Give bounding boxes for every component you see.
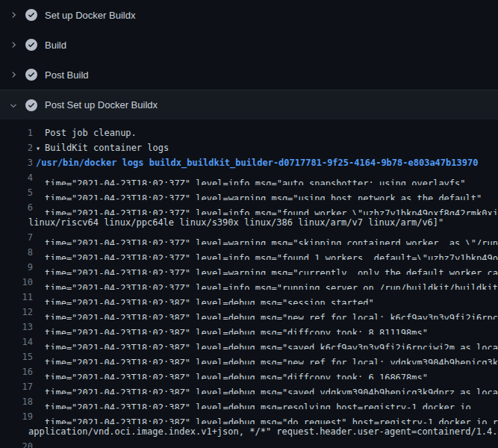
chevron-right-icon (9, 70, 18, 79)
log-line-text: time="2021-04-23T18:02:38Z" level=debug … (45, 290, 374, 305)
log-line-text: time="2021-04-23T18:02:38Z" level=debug … (45, 349, 498, 364)
check-circle-icon (25, 39, 37, 51)
log-line: 11time="2021-04-23T18:02:38Z" level=debu… (0, 290, 498, 305)
group-chevron-down-icon[interactable]: ▾ (36, 141, 40, 155)
log-line: 17time="2021-04-23T18:02:38Z" level=debu… (0, 379, 498, 394)
log-line-text: time="2021-04-23T18:02:37Z" level=warnin… (45, 185, 482, 200)
log-line: 6time="2021-04-23T18:02:37Z" level=info … (0, 200, 498, 215)
log-line-text: time="2021-04-23T18:02:38Z" level=debug … (45, 379, 498, 394)
log-line: linux/riscv64 linux/ppc64le linux/s390x … (0, 215, 498, 230)
chevron-right-icon (9, 10, 18, 19)
log-line-number[interactable]: 9 (0, 260, 33, 275)
log-line: 8time="2021-04-23T18:02:37Z" level=info … (0, 245, 498, 260)
step-header-post-set-up-docker-buildx[interactable]: Post Set up Docker Buildx (0, 90, 498, 119)
log-line: 4time="2021-04-23T18:02:37Z" level=info … (0, 170, 498, 185)
log-line-text: time="2021-04-23T18:02:37Z" level=info m… (45, 245, 498, 260)
log-line-number[interactable]: 13 (0, 320, 33, 335)
log-line-text: ▾BuildKit container logs (36, 140, 169, 155)
step-list: Set up Docker BuildxBuildPost BuildPost … (0, 0, 498, 119)
log-group-row[interactable]: 2▾BuildKit container logs (0, 140, 498, 155)
log-line-number[interactable]: 4 (0, 170, 33, 185)
step-title: Post Set up Docker Buildx (45, 99, 158, 111)
log-line-number[interactable]: 10 (0, 275, 33, 290)
log-line-number[interactable]: 14 (0, 335, 33, 349)
log-line: 3/usr/bin/docker logs buildx_buildkit_bu… (0, 155, 498, 170)
log-line-number[interactable]: 12 (0, 305, 33, 320)
step-title: Set up Docker Buildx (45, 10, 135, 21)
log-line: 20time="2021-04-23T18:02:38Z" level=debu… (0, 439, 498, 448)
log-line-text: application/vnd.oci.image.index.v1+json,… (28, 424, 498, 439)
step-header-set-up-docker-buildx[interactable]: Set up Docker Buildx (0, 0, 498, 30)
log-line-number[interactable]: 1 (0, 125, 33, 140)
log-line: 7time="2021-04-23T18:02:37Z" level=warni… (0, 230, 498, 245)
log-line: 13time="2021-04-23T18:02:38Z" level=debu… (0, 320, 498, 335)
log-line-text: time="2021-04-23T18:02:37Z" level=info m… (45, 200, 498, 215)
log-line-number[interactable]: 3 (0, 155, 33, 170)
log-line-number[interactable]: 17 (0, 379, 33, 394)
log-line: 5time="2021-04-23T18:02:37Z" level=warni… (0, 185, 498, 200)
log-line: 16time="2021-04-23T18:02:38Z" level=debu… (0, 364, 498, 379)
step-header-post-build[interactable]: Post Build (0, 60, 498, 90)
log-line: 10time="2021-04-23T18:02:37Z" level=info… (0, 275, 498, 290)
log-line-text: time="2021-04-23T18:02:37Z" level=info m… (45, 170, 466, 185)
log-lines: 1Post job cleanup.2▾BuildKit container l… (0, 119, 498, 448)
log-line-number[interactable]: 2 (0, 140, 33, 155)
log-line: 15time="2021-04-23T18:02:38Z" level=debu… (0, 349, 498, 364)
log-line-number[interactable]: 18 (0, 394, 33, 409)
step-header-build[interactable]: Build (0, 30, 498, 60)
log-line: 19time="2021-04-23T18:02:38Z" level=debu… (0, 409, 498, 424)
log-line: 1Post job cleanup. (0, 125, 498, 140)
log-line: 14time="2021-04-23T18:02:38Z" level=debu… (0, 335, 498, 349)
log-line: application/vnd.oci.image.index.v1+json,… (0, 424, 498, 439)
log-line-text: time="2021-04-23T18:02:38Z" level=debug … (45, 305, 498, 320)
log-line-text: linux/riscv64 linux/ppc64le linux/s390x … (28, 215, 443, 230)
log-line-text: time="2021-04-23T18:02:38Z" level=debug … (45, 394, 471, 409)
log-line-number[interactable]: 20 (0, 439, 33, 448)
check-circle-icon (25, 69, 37, 81)
log-line-number[interactable]: 16 (0, 364, 33, 379)
log-line-text: time="2021-04-23T18:02:37Z" level=warnin… (45, 260, 498, 275)
check-circle-icon (25, 99, 37, 111)
log-line-text: Post job cleanup. (45, 125, 137, 140)
log-line-number[interactable]: 5 (0, 185, 33, 200)
chevron-down-icon (9, 101, 18, 110)
log-line-number[interactable]: 11 (0, 290, 33, 305)
log-line-text: time="2021-04-23T18:02:38Z" level=debug … (45, 364, 428, 379)
log-line-number[interactable]: 15 (0, 349, 33, 364)
log-command-text: /usr/bin/docker logs buildx_buildkit_bui… (36, 155, 478, 170)
log-line-text: time="2021-04-23T18:02:38Z" level=debug … (45, 320, 428, 335)
log-line-number[interactable]: 8 (0, 245, 33, 260)
check-circle-icon (25, 9, 37, 21)
log-line-text: time="2021-04-23T18:02:38Z" level=debug … (45, 439, 498, 448)
log-line: 9time="2021-04-23T18:02:37Z" level=warni… (0, 260, 498, 275)
step-title: Post Build (45, 69, 89, 81)
log-line-text: time="2021-04-23T18:02:38Z" level=debug … (45, 409, 498, 424)
log-line-number[interactable]: 6 (0, 200, 33, 215)
log-line-text: time="2021-04-23T18:02:37Z" level=warnin… (45, 230, 498, 245)
log-line-text: time="2021-04-23T18:02:38Z" level=debug … (45, 335, 498, 349)
chevron-right-icon (9, 40, 18, 49)
log-line: 12time="2021-04-23T18:02:38Z" level=debu… (0, 305, 498, 320)
log-line-number[interactable]: 7 (0, 230, 33, 245)
log-line-number[interactable]: 19 (0, 409, 33, 424)
log-line-text: time="2021-04-23T18:02:37Z" level=info m… (45, 275, 498, 290)
log-panel: Set up Docker BuildxBuildPost BuildPost … (0, 0, 498, 448)
log-line: 18time="2021-04-23T18:02:38Z" level=debu… (0, 394, 498, 409)
step-title: Build (45, 40, 66, 51)
